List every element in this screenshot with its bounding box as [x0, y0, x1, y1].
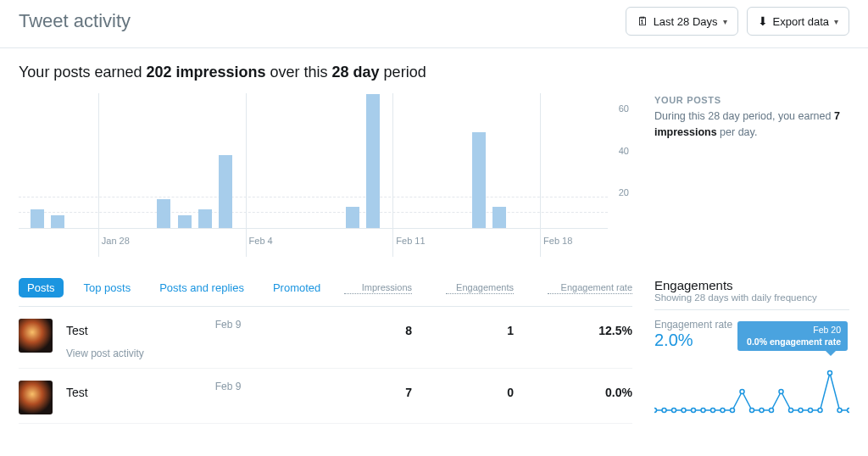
page-title: Tweet activity [19, 10, 131, 32]
svg-point-12 [770, 409, 774, 413]
tab-posts-and-replies[interactable]: Posts and replies [151, 278, 253, 298]
svg-point-15 [798, 409, 803, 413]
tab-promoted[interactable]: Promoted [264, 278, 329, 298]
post-thumbnail [19, 319, 53, 353]
engagement-rate-value: 2.0% [654, 331, 693, 350]
x-axis-label: Jan 28 [102, 236, 130, 246]
engagements-title: Engagements [654, 278, 849, 292]
download-icon: ⬇ [758, 14, 768, 28]
col-engagement-rate[interactable]: Engagement rate [548, 282, 632, 294]
side-heading: YOUR POSTS [654, 95, 849, 105]
post-engagement-rate: 12.5% [548, 324, 632, 337]
x-axis-label: Feb 4 [249, 236, 273, 246]
date-range-button[interactable]: 🗓 Last 28 Days ▾ [626, 7, 738, 36]
chart-bar[interactable] [157, 199, 170, 228]
sparkline-tooltip: Feb 20 0.0% engagement rate [737, 321, 848, 351]
post-row[interactable]: TestFeb 9View post activity8112.5% [19, 307, 632, 369]
side-text: During this 28 day period, you earned 7 … [654, 108, 849, 141]
tab-posts[interactable]: Posts [19, 278, 64, 298]
post-engagements: 1 [446, 324, 514, 337]
impressions-chart: 204060 Jan 28Feb 4Feb 11Feb 18 [19, 93, 629, 263]
post-thumbnail [19, 381, 53, 414]
svg-point-13 [779, 390, 783, 394]
svg-point-14 [789, 409, 793, 413]
chevron-down-icon: ▾ [834, 17, 838, 26]
date-range-label: Last 28 Days [654, 15, 718, 28]
chart-bar[interactable] [51, 215, 64, 228]
svg-point-5 [701, 409, 705, 413]
chart-bar[interactable] [178, 215, 192, 228]
post-engagement-rate: 0.0% [548, 386, 632, 399]
chart-bar[interactable] [366, 94, 380, 228]
svg-point-20 [848, 409, 850, 413]
svg-point-3 [682, 409, 686, 413]
tab-top-posts[interactable]: Top posts [75, 278, 140, 298]
chart-bar[interactable] [198, 209, 212, 228]
svg-point-8 [731, 409, 735, 413]
col-impressions[interactable]: Impressions [344, 282, 412, 294]
post-impressions: 7 [344, 386, 412, 399]
post-title: Test [66, 386, 88, 399]
post-date: Feb 9 [215, 319, 242, 337]
svg-point-18 [828, 371, 832, 375]
calendar-icon: 🗓 [637, 14, 648, 28]
post-row[interactable]: TestFeb 9700.0% [19, 369, 632, 424]
x-axis-label: Feb 11 [396, 236, 425, 246]
svg-point-11 [760, 409, 764, 413]
svg-point-9 [740, 390, 744, 394]
engagements-subtitle: Showing 28 days with daily frequency [654, 292, 849, 303]
view-post-activity-link[interactable]: View post activity [66, 348, 344, 359]
chart-bar[interactable] [492, 207, 506, 228]
chart-bar[interactable] [31, 209, 44, 228]
svg-point-19 [837, 409, 842, 413]
engagement-sparkline [654, 366, 849, 417]
export-label: Export data [773, 15, 830, 28]
post-title: Test [66, 324, 88, 337]
chart-bar[interactable] [472, 132, 486, 228]
x-axis-label: Feb 18 [543, 236, 572, 246]
chart-bar[interactable] [219, 155, 232, 228]
post-impressions: 8 [344, 324, 412, 337]
svg-point-7 [721, 409, 725, 413]
svg-point-16 [809, 409, 813, 413]
post-engagements: 0 [446, 386, 514, 399]
export-data-button[interactable]: ⬇ Export data ▾ [747, 7, 850, 36]
svg-point-1 [662, 409, 666, 413]
svg-point-4 [692, 409, 696, 413]
post-date: Feb 9 [215, 381, 242, 399]
summary-line: Your posts earned 202 impressions over t… [19, 64, 849, 81]
chevron-down-icon: ▾ [723, 17, 727, 26]
svg-point-10 [750, 409, 754, 413]
svg-point-2 [672, 409, 676, 413]
svg-point-17 [818, 409, 822, 413]
svg-point-0 [654, 409, 657, 413]
col-engagements[interactable]: Engagements [446, 282, 514, 294]
svg-point-6 [711, 409, 715, 413]
chart-bar[interactable] [346, 207, 359, 228]
